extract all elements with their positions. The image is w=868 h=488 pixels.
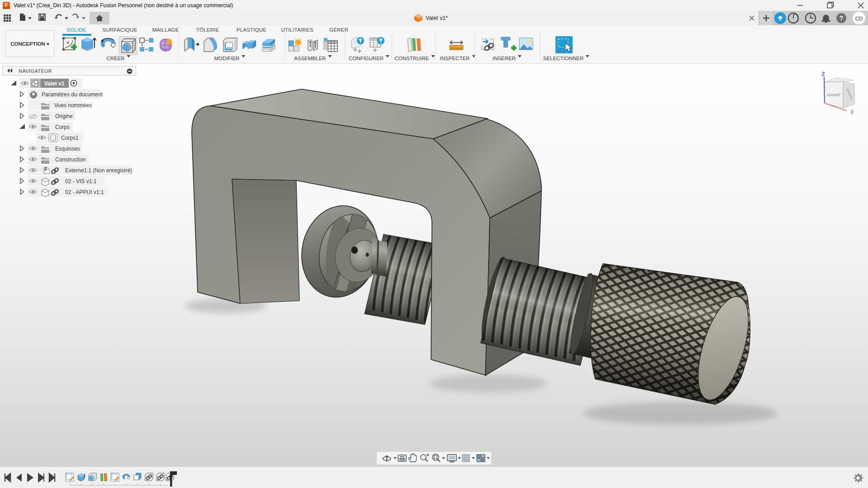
svg-text:Z: Z xyxy=(821,71,825,77)
svg-text:Externe1:1 (Non enregistré): Externe1:1 (Non enregistré) xyxy=(65,167,132,174)
svg-text:?: ? xyxy=(840,14,844,22)
svg-text:02 - VIS v1:1: 02 - VIS v1:1 xyxy=(65,178,97,185)
svg-text:X: X xyxy=(850,109,854,115)
svg-text:Corps1: Corps1 xyxy=(61,135,79,141)
svg-text:Valet v1: Valet v1 xyxy=(44,81,65,87)
svg-text:Construction: Construction xyxy=(55,156,85,163)
svg-text:Valet v1*: Valet v1* xyxy=(426,15,448,21)
svg-text:F: F xyxy=(5,3,8,8)
svg-text:AVANT: AVANT xyxy=(826,93,840,97)
svg-text:Esquisses: Esquisses xyxy=(55,146,80,152)
svg-text:02 - APPUI v1:1: 02 - APPUI v1:1 xyxy=(65,189,104,195)
svg-text:Paramètres du document: Paramètres du document xyxy=(42,91,103,98)
svg-text:Origine: Origine xyxy=(55,113,73,119)
svg-text:Corps: Corps xyxy=(55,124,70,130)
svg-text:Vues nommées: Vues nommées xyxy=(54,102,92,109)
svg-text:CD: CD xyxy=(855,16,863,21)
